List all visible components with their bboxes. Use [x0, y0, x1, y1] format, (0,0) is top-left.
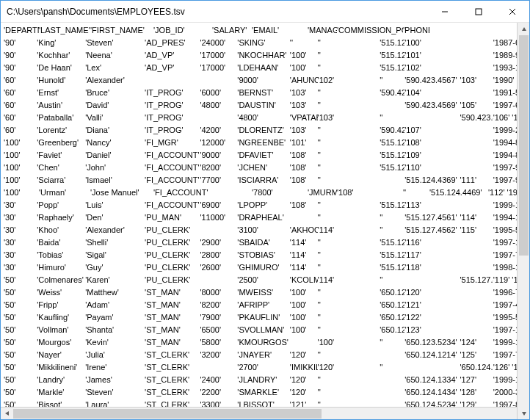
data-cell[interactable]: 'DLORENTZ' [237, 124, 290, 137]
data-cell[interactable]: '2900' [200, 236, 237, 249]
data-cell[interactable]: '121' [290, 399, 318, 407]
data-cell[interactable]: 'VPATABAL' [290, 112, 318, 124]
data-cell[interactable]: 'NGREENBE' [237, 137, 290, 149]
data-cell[interactable]: 'DRAPHEAL' [237, 211, 290, 224]
data-cell[interactable]: 'FI_ACCOUNT' [145, 199, 200, 211]
data-cell[interactable]: 'ST_MAN' [145, 286, 200, 299]
scroll-up-button[interactable] [518, 23, 529, 35]
data-cell[interactable]: 'Markle' [37, 386, 85, 399]
table-row[interactable]: '90''De Haan''Lex''AD_VP''17000''LDEHAAN… [4, 62, 526, 74]
table-row[interactable]: '90''Kochhar''Neena''AD_VP''17000''NKOCH… [4, 49, 526, 62]
data-cell[interactable]: '' [318, 174, 380, 187]
data-cell[interactable]: 'Lex' [85, 62, 145, 74]
table-row[interactable]: '50''Kaufling''Payam''ST_MAN''7900''PKAU… [4, 311, 526, 324]
data-cell[interactable]: 'AHUNOLD' [290, 74, 318, 87]
data-cell[interactable]: '103' [290, 87, 318, 99]
table-row[interactable]: '60''Pataballa''Valli''IT_PROG''4800''VP… [4, 112, 526, 124]
data-cell[interactable]: '' [318, 349, 380, 361]
data-cell[interactable]: '30' [4, 224, 37, 236]
data-cell[interactable]: '' [318, 261, 380, 274]
data-cell[interactable]: 'AKHOO' [290, 224, 318, 236]
data-cell[interactable]: '2200' [200, 386, 237, 399]
data-cell[interactable]: '100' [4, 149, 37, 162]
data-cell[interactable]: '17000' [200, 49, 237, 62]
data-cell[interactable]: 'AD_VP' [145, 62, 200, 74]
header-cell[interactable]: 'FIRST_NAME' [90, 24, 153, 37]
data-cell[interactable]: '650.124.1214' [404, 349, 460, 361]
data-cell[interactable]: '4800' [237, 112, 290, 124]
data-cell[interactable]: 'ST_MAN' [145, 324, 200, 336]
data-cell[interactable]: '' [318, 99, 380, 112]
data-cell[interactable]: 'Landry' [37, 374, 85, 386]
data-cell[interactable]: '100' [404, 37, 460, 49]
data-cell[interactable]: '4200' [200, 124, 237, 137]
table-row[interactable]: '50''Mikkilineni''Irene''ST_CLERK''2700'… [4, 361, 526, 374]
data-cell[interactable]: 'Laura' [85, 399, 145, 407]
data-cell[interactable]: 'NKOCHHAR' [237, 49, 290, 62]
data-cell[interactable]: '110' [404, 162, 460, 174]
table-row[interactable]: '50''Markle''Steven''ST_CLERK''2200''SMA… [4, 386, 526, 399]
data-cell[interactable]: '' [318, 311, 380, 324]
data-cell[interactable]: '100' [290, 62, 318, 74]
data-cell[interactable]: 'SVOLLMAN' [237, 324, 290, 336]
data-cell[interactable]: '108' [290, 174, 318, 187]
data-cell[interactable]: '120' [290, 374, 318, 386]
data-cell[interactable]: '100' [318, 336, 380, 349]
data-cell[interactable]: 'ST_CLERK' [145, 386, 200, 399]
data-cell[interactable]: 'PU_CLERK' [145, 261, 200, 274]
data-cell[interactable]: 'IT_PROG' [145, 99, 200, 112]
data-cell[interactable]: '100' [4, 187, 39, 199]
data-cell[interactable]: '8200' [200, 162, 237, 174]
data-cell[interactable]: '515.124.4567' [380, 199, 404, 211]
data-cell[interactable] [200, 112, 237, 124]
data-cell[interactable]: '120' [404, 286, 460, 299]
header-cell[interactable]: 'LAST_NAME' [39, 24, 90, 37]
table-row[interactable]: '50''Mourgos''Kevin''ST_MAN''5800''KMOUR… [4, 336, 526, 349]
data-cell[interactable]: 'DFAVIET' [237, 149, 290, 162]
data-cell[interactable]: '117' [404, 249, 460, 261]
header-cell[interactable]: 'PHONE_NUMBER' [403, 24, 429, 37]
data-cell[interactable]: 'KMOURGOS' [237, 336, 290, 349]
data-cell[interactable]: 'IT_PROG' [145, 87, 200, 99]
vertical-scroll-thumb[interactable] [519, 35, 529, 256]
data-cell[interactable] [460, 249, 493, 261]
data-cell[interactable]: 'Jose Manuel' [90, 187, 153, 199]
data-cell[interactable]: 'Daniel' [85, 149, 145, 162]
data-cell[interactable]: '7700' [200, 174, 237, 187]
data-cell[interactable]: '101' [404, 49, 460, 62]
data-cell[interactable]: '2400' [200, 374, 237, 386]
data-cell[interactable]: 'Neena' [85, 49, 145, 62]
data-cell[interactable]: 'FI_ACCOUNT' [153, 187, 212, 199]
data-cell[interactable]: '650.123.4234' [380, 324, 404, 336]
table-row[interactable]: '100''Urman''Jose Manuel''FI_ACCOUNT''78… [4, 187, 526, 199]
data-cell[interactable]: '' [290, 37, 318, 49]
data-cell[interactable]: '108' [290, 162, 318, 174]
data-cell[interactable]: 'KCOLMENA' [290, 274, 318, 286]
data-cell[interactable]: '515.123.4568' [380, 49, 404, 62]
data-cell[interactable]: '127' [460, 374, 493, 386]
data-cell[interactable]: 'PU_CLERK' [145, 274, 200, 286]
header-cell[interactable]: 'COMMISSION_PCT' [337, 24, 403, 37]
data-cell[interactable]: '114' [460, 211, 493, 224]
data-cell[interactable]: '515.124.4169' [380, 149, 404, 162]
data-cell[interactable]: '590.423.5567' [380, 124, 404, 137]
data-cell[interactable]: '125' [460, 349, 493, 361]
data-cell[interactable]: '650.123.2234' [380, 299, 404, 311]
data-cell[interactable] [460, 137, 493, 149]
data-cell[interactable]: '103' [460, 74, 493, 87]
data-cell[interactable]: '50' [4, 274, 37, 286]
table-row[interactable]: '60''Ernst''Bruce''IT_PROG''6000''BERNST… [4, 87, 526, 99]
table-row[interactable]: '50''Landry''James''ST_CLERK''2400''JLAN… [4, 374, 526, 386]
table-row[interactable]: '50''Fripp''Adam''ST_MAN''8200''AFRIPP''… [4, 299, 526, 311]
data-cell[interactable]: '3300' [200, 399, 237, 407]
data-cell[interactable]: '111' [460, 174, 493, 187]
data-cell[interactable]: 'Nancy' [85, 137, 145, 149]
table-row[interactable]: '30''Himuro''Guy''PU_CLERK''2600''GHIMUR… [4, 261, 526, 274]
data-cell[interactable]: '' [318, 87, 380, 99]
data-cell[interactable]: '' [318, 324, 380, 336]
data-cell[interactable] [460, 286, 493, 299]
table-row[interactable]: '100''Faviet''Daniel''FI_ACCOUNT''9000''… [4, 149, 526, 162]
data-cell[interactable]: '2500' [237, 274, 290, 286]
data-cell[interactable]: 'FI_MGR' [145, 137, 200, 149]
data-cell[interactable] [460, 37, 493, 49]
